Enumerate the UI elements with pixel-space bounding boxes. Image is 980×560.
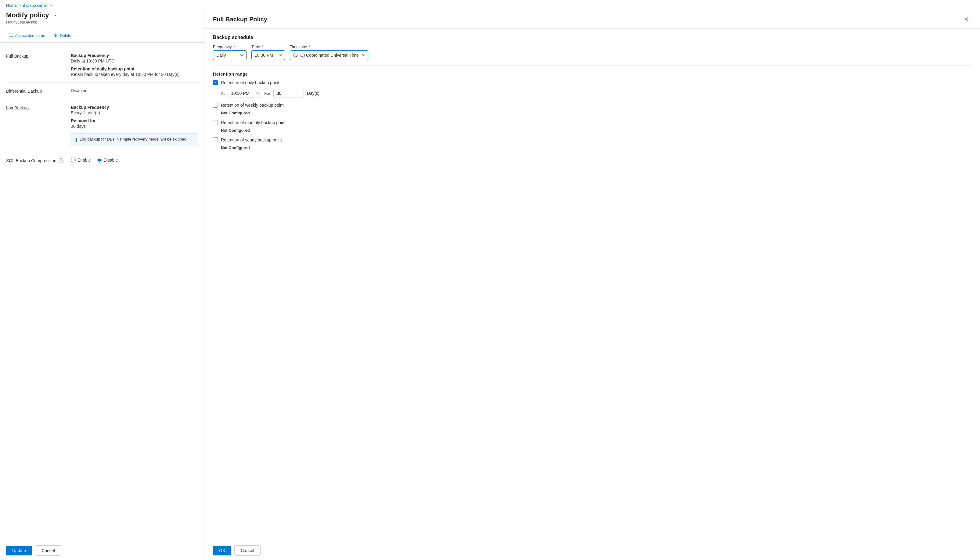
compression-radio-group: Enable Disable <box>71 158 198 162</box>
log-backup-detail: Backup Frequency Every 1 hour(s) Retaine… <box>71 105 198 146</box>
associated-items-button[interactable]: ☰ Associated items <box>6 31 48 40</box>
full-backup-section: Full Backup Backup Frequency Daily at 10… <box>6 48 198 83</box>
yearly-retention-label: Retention of yearly backup point <box>221 137 282 142</box>
yearly-retention-row: Retention of yearly backup point <box>213 137 972 142</box>
enable-radio-item[interactable]: Enable <box>71 158 91 162</box>
close-button[interactable]: ✕ <box>962 14 972 24</box>
log-backup-label: Log Backup <box>6 105 67 110</box>
panel-header: Full Backup Policy ✕ <box>204 9 980 29</box>
full-backup-detail: Backup Frequency Daily at 10:30 PM UTC R… <box>71 53 198 77</box>
ok-button[interactable]: OK <box>213 546 231 555</box>
daily-retention-label: Retention of daily backup point <box>221 80 279 85</box>
right-cancel-button[interactable]: Cancel <box>234 545 261 556</box>
right-panel: Full Backup Policy ✕ Backup schedule Fre… <box>204 9 980 560</box>
backup-frequency-block: Backup Frequency Daily at 10:30 PM UTC <box>71 53 198 63</box>
yearly-not-configured: Not Configured <box>221 145 972 150</box>
toolbar: ☰ Associated items 🗑 Delete <box>0 28 204 43</box>
timezone-select[interactable]: (UTC) Coordinated Universal Time (UTC-05… <box>290 50 368 60</box>
timezone-required: * <box>308 45 311 49</box>
differential-disabled-text: Disabled <box>71 88 198 93</box>
time-required: * <box>261 45 263 49</box>
differential-backup-label: Differential Backup <box>6 88 67 93</box>
sql-compression-detail: Enable Disable <box>71 158 198 162</box>
daily-at-select[interactable]: 10:30 PM 12:00 AM <box>227 89 261 98</box>
frequency-group: Frequency * Daily Weekly <box>213 45 246 60</box>
log-retained-block: Retained for 30 days <box>71 118 198 128</box>
associated-items-label: Associated items <box>15 33 45 38</box>
page-title: Modify policy <box>6 11 49 19</box>
weekly-retention-item: Retention of weekly backup point Not Con… <box>213 103 972 115</box>
left-panel: Modify policy ··· HourlyLogBackup ☰ Asso… <box>0 9 204 560</box>
panel-content: Backup schedule Frequency * Daily Weekly <box>204 29 980 541</box>
timezone-label: Timezone * <box>290 45 368 49</box>
log-retained-title: Retained for <box>71 118 198 123</box>
yearly-retention-item: Retention of yearly backup point Not Con… <box>213 137 972 150</box>
daily-checkbox[interactable] <box>213 80 218 85</box>
breadcrumb-sep1: > <box>18 3 21 8</box>
panel-title: Full Backup Policy <box>213 16 267 23</box>
list-icon: ☰ <box>9 33 13 38</box>
enable-radio[interactable] <box>71 158 76 162</box>
at-label: At <box>221 91 224 96</box>
yearly-checkbox[interactable] <box>213 137 218 142</box>
monthly-not-configured: Not Configured <box>221 128 972 133</box>
update-button[interactable]: Update <box>6 546 32 555</box>
daily-retention-row: Retention of daily backup point <box>213 80 972 85</box>
backup-schedule-heading: Backup schedule <box>213 35 972 40</box>
monthly-retention-item: Retention of monthly backup point Not Co… <box>213 120 972 133</box>
backup-frequency-title: Backup Frequency <box>71 53 198 58</box>
weekly-checkbox[interactable] <box>213 103 218 108</box>
differential-backup-section: Differential Backup Disabled <box>6 83 198 99</box>
retention-daily-value: Retain backup taken every day at 10:30 P… <box>71 72 198 77</box>
enable-radio-label: Enable <box>77 158 91 162</box>
more-options-button[interactable]: ··· <box>52 12 60 19</box>
time-label: Time * <box>251 45 285 49</box>
log-backup-section: Log Backup Backup Frequency Every 1 hour… <box>6 99 198 152</box>
full-backup-label: Full Backup <box>6 53 67 58</box>
frequency-select[interactable]: Daily Weekly <box>213 50 246 60</box>
breadcrumb-home[interactable]: Home <box>6 3 17 8</box>
info-icon: ℹ <box>75 137 77 143</box>
delete-icon: 🗑 <box>54 33 58 38</box>
weekly-retention-label: Retention of weekly backup point <box>221 103 283 108</box>
log-retained-value: 30 days <box>71 124 198 128</box>
log-info-text: Log backup for DBs in simple recovery mo… <box>80 137 187 142</box>
schedule-form-row: Frequency * Daily Weekly Time * 10:30 PM <box>213 45 972 60</box>
retention-range-heading: Retention range <box>213 71 972 77</box>
daily-for-input[interactable] <box>273 89 304 98</box>
breadcrumb-sep2: > <box>50 3 52 8</box>
schedule-divider <box>213 65 972 66</box>
disable-radio-item[interactable]: Disable <box>97 158 118 162</box>
frequency-label: Frequency * <box>213 45 246 49</box>
daily-at-for-row: At 10:30 PM 12:00 AM For Day(s) <box>221 89 972 98</box>
right-bottom-bar: OK Cancel <box>204 541 980 560</box>
breadcrumb: Home > Backup center > <box>0 0 980 9</box>
subtitle: HourlyLogBackup <box>6 20 198 24</box>
sql-compression-label: SQL Backup Compression i <box>6 158 67 163</box>
time-select[interactable]: 10:30 PM 12:00 AM 1:00 AM <box>251 50 285 60</box>
retention-daily-block: Retention of daily backup point Retain b… <box>71 67 198 77</box>
disable-radio[interactable] <box>97 158 102 162</box>
time-group: Time * 10:30 PM 12:00 AM 1:00 AM <box>251 45 285 60</box>
frequency-required: * <box>232 45 235 49</box>
log-frequency-title: Backup Frequency <box>71 105 198 110</box>
left-cancel-button[interactable]: Cancel <box>35 545 61 556</box>
left-bottom-bar: Update Cancel <box>0 541 204 560</box>
delete-label: Delete <box>60 33 71 38</box>
day-label: Day(s) <box>307 91 319 96</box>
log-info-box: ℹ Log backup for DBs in simple recovery … <box>71 133 198 146</box>
monthly-checkbox[interactable] <box>213 120 218 125</box>
backup-frequency-value: Daily at 10:30 PM UTC <box>71 58 198 63</box>
left-header: Modify policy ··· HourlyLogBackup <box>0 9 204 28</box>
breadcrumb-backup-center[interactable]: Backup center <box>23 3 48 8</box>
retention-daily-title: Retention of daily backup point <box>71 67 198 71</box>
monthly-retention-label: Retention of monthly backup point <box>221 120 286 125</box>
compression-info-icon[interactable]: i <box>59 158 64 163</box>
backup-schedule-section: Backup schedule Frequency * Daily Weekly <box>213 35 972 60</box>
disable-radio-label: Disable <box>104 158 118 162</box>
log-frequency-value: Every 1 hour(s) <box>71 110 198 115</box>
delete-button[interactable]: 🗑 Delete <box>51 31 74 40</box>
monthly-retention-row: Retention of monthly backup point <box>213 120 972 125</box>
log-frequency-block: Backup Frequency Every 1 hour(s) <box>71 105 198 115</box>
weekly-retention-row: Retention of weekly backup point <box>213 103 972 108</box>
